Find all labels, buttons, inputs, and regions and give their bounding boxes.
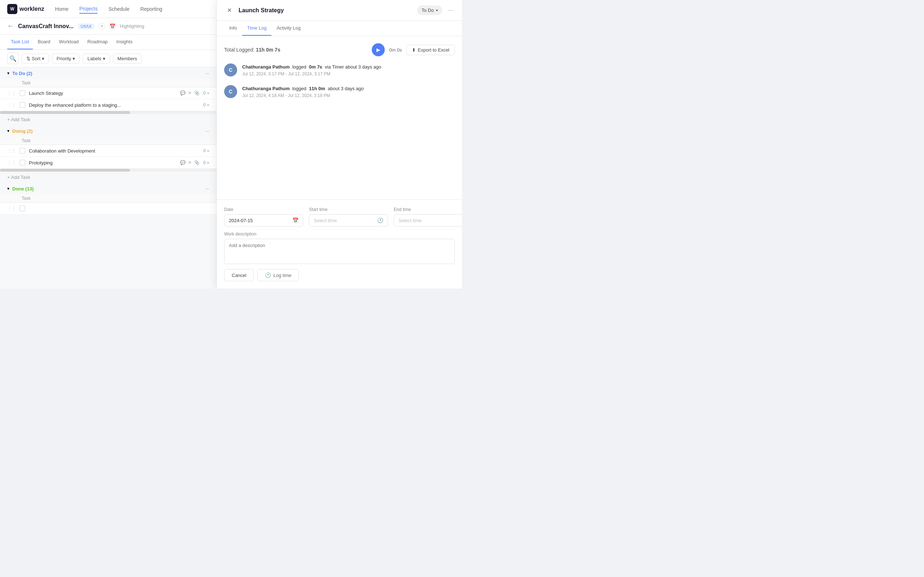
work-description-textarea[interactable] bbox=[224, 239, 455, 264]
export-icon: ⬇ bbox=[412, 47, 416, 53]
done-group-more[interactable]: ··· bbox=[205, 186, 209, 192]
logo: W worklenz bbox=[7, 4, 44, 14]
tab-activity-log[interactable]: Activity Log bbox=[271, 21, 305, 36]
task-detail-panel: ✕ Launch Strategy To Do ▾ ··· Info Time … bbox=[216, 0, 462, 288]
search-button[interactable]: 🔍 bbox=[7, 53, 19, 64]
end-time-group: End time 🕐 bbox=[394, 207, 462, 226]
date-field[interactable] bbox=[229, 218, 289, 223]
tab-board[interactable]: Board bbox=[34, 35, 54, 49]
work-description-label: Work description bbox=[224, 232, 455, 237]
done-chevron-icon[interactable]: ▾ bbox=[7, 186, 10, 191]
nav-projects[interactable]: Projects bbox=[79, 4, 98, 14]
todo-chevron-icon[interactable]: ▾ bbox=[7, 71, 10, 76]
panel-title: Launch Strategy bbox=[239, 7, 413, 14]
task-checkbox[interactable] bbox=[19, 148, 25, 154]
nav-home[interactable]: Home bbox=[55, 5, 68, 13]
log-date-range: Jul 12, 2024, 4:18 AM - Jul 12, 2024, 3:… bbox=[242, 93, 455, 98]
task-column-header: Task bbox=[7, 196, 209, 201]
start-time-input[interactable]: 🕐 bbox=[309, 214, 388, 226]
logo-icon: W bbox=[7, 4, 17, 14]
drag-handle-icon: ⋮⋮ bbox=[7, 102, 16, 108]
eye-icon: 👁 bbox=[188, 160, 192, 165]
task-icons: 💬 👁 📎 bbox=[180, 160, 200, 165]
log-entry-content: Chathuranga Pathum logged 11h 0m about 3… bbox=[242, 85, 455, 98]
tab-insights[interactable]: Insights bbox=[113, 35, 136, 49]
tab-time-log[interactable]: Time Log bbox=[242, 21, 272, 36]
task-checkbox[interactable] bbox=[19, 206, 25, 211]
nav-reporting[interactable]: Reporting bbox=[141, 5, 162, 13]
panel-header: ✕ Launch Strategy To Do ▾ ··· bbox=[217, 0, 462, 21]
log-time-button[interactable]: 🕐 Log time bbox=[257, 269, 299, 281]
clock-icon: 🕐 bbox=[377, 218, 383, 223]
priority-label: Priority bbox=[57, 56, 71, 61]
scrollbar-thumb bbox=[0, 169, 130, 172]
avatar: C bbox=[224, 63, 237, 76]
start-time-field[interactable] bbox=[313, 218, 374, 223]
task-name[interactable]: Launch Strategy bbox=[29, 90, 176, 96]
panel-more-button[interactable]: ··· bbox=[446, 5, 455, 16]
log-entry: C Chathuranga Pathum logged 0m 7s via Ti… bbox=[224, 63, 455, 76]
task-row[interactable]: ⋮⋮ Collaboration with Development 0 » bbox=[0, 145, 216, 157]
add-task-label: + Add Task bbox=[7, 174, 30, 180]
log-main-text: Chathuranga Pathum logged 0m 7s via Time… bbox=[242, 63, 455, 71]
filter-row: 🔍 ⇅ Sort ▾ Priority ▾ Labels ▾ Members bbox=[0, 50, 216, 68]
play-timer-button[interactable]: ▶ bbox=[372, 43, 385, 56]
todo-group-more[interactable]: ··· bbox=[205, 70, 209, 76]
end-time-field[interactable] bbox=[399, 218, 459, 223]
doing-chevron-icon[interactable]: ▾ bbox=[7, 128, 10, 134]
log-amount: 11h 0m bbox=[309, 86, 325, 91]
work-description-group: Work description bbox=[224, 232, 455, 264]
horizontal-scrollbar[interactable] bbox=[0, 111, 216, 114]
members-label: Members bbox=[118, 56, 137, 61]
doing-group-header: ▾ Doing (2) ··· bbox=[0, 125, 216, 137]
add-task-doing[interactable]: + Add Task bbox=[0, 172, 216, 183]
task-row[interactable]: ⋮⋮ Deploy the enhanced platform to a sta… bbox=[0, 99, 216, 111]
back-button[interactable]: ← bbox=[7, 23, 14, 30]
export-excel-button[interactable]: ⬇ Export to Excel bbox=[406, 45, 455, 55]
labels-button[interactable]: Labels ▾ bbox=[82, 54, 110, 63]
task-name[interactable]: Collaboration with Development bbox=[29, 148, 200, 154]
form-actions: Cancel 🕐 Log time bbox=[224, 269, 455, 281]
task-checkbox[interactable] bbox=[19, 90, 25, 96]
task-name[interactable]: Prototyping bbox=[29, 160, 176, 166]
doing-group-more[interactable]: ··· bbox=[205, 128, 209, 134]
drag-handle-icon: ⋮⋮ bbox=[7, 90, 16, 95]
close-tag-button[interactable]: ✕ bbox=[99, 23, 105, 29]
task-column-header: Task bbox=[7, 138, 209, 143]
close-panel-button[interactable]: ✕ bbox=[224, 5, 234, 16]
tab-roadmap[interactable]: Roadmap bbox=[84, 35, 111, 49]
task-row[interactable]: ⋮⋮ Launch Strategy 💬 👁 📎 0 » bbox=[0, 87, 216, 99]
tab-task-list[interactable]: Task List bbox=[7, 35, 33, 49]
view-tabs: Task List Board Workload Roadmap Insight… bbox=[0, 35, 216, 50]
log-user-name: Chathuranga Pathum bbox=[242, 86, 289, 91]
todo-group-header: ▾ To Do (2) ··· bbox=[0, 68, 216, 79]
horizontal-scrollbar-doing[interactable] bbox=[0, 169, 216, 172]
task-content: ▾ To Do (2) ··· Task ⋮⋮ Launch Strategy … bbox=[0, 68, 216, 288]
task-checkbox[interactable] bbox=[19, 102, 25, 108]
task-name[interactable]: Deploy the enhanced platform to a stagin… bbox=[29, 102, 200, 108]
task-subtask-count: 0 » bbox=[203, 148, 209, 153]
task-row[interactable]: ⋮⋮ Prototyping 💬 👁 📎 0 » bbox=[0, 157, 216, 169]
status-label: To Do bbox=[422, 8, 434, 13]
panel-tabs: Info Time Log Activity Log bbox=[217, 21, 462, 36]
project-tag[interactable]: UX/UI bbox=[78, 23, 94, 29]
task-checkbox[interactable] bbox=[19, 160, 25, 166]
scrollbar-thumb bbox=[0, 111, 130, 114]
done-table-header: Task bbox=[0, 194, 216, 203]
task-icons: 💬 👁 📎 bbox=[180, 90, 200, 95]
add-task-todo[interactable]: + Add Task bbox=[0, 114, 216, 125]
status-dropdown[interactable]: To Do ▾ bbox=[417, 5, 442, 15]
sort-button[interactable]: ⇅ Sort ▾ bbox=[22, 54, 49, 63]
task-row[interactable]: ⋮⋮ bbox=[0, 203, 216, 214]
priority-button[interactable]: Priority ▾ bbox=[52, 54, 80, 63]
done-group-label: Done (13) bbox=[12, 186, 34, 192]
end-time-input[interactable]: 🕐 bbox=[394, 214, 462, 226]
log-action: logged bbox=[292, 64, 307, 69]
nav-schedule[interactable]: Schedule bbox=[108, 5, 129, 13]
tab-info[interactable]: Info bbox=[224, 21, 242, 36]
tab-workload[interactable]: Workload bbox=[55, 35, 82, 49]
members-button[interactable]: Members bbox=[113, 54, 142, 63]
date-input[interactable]: 📅 bbox=[224, 214, 303, 226]
cancel-button[interactable]: Cancel bbox=[224, 269, 254, 281]
task-subtask-count: 0 » bbox=[203, 160, 209, 165]
